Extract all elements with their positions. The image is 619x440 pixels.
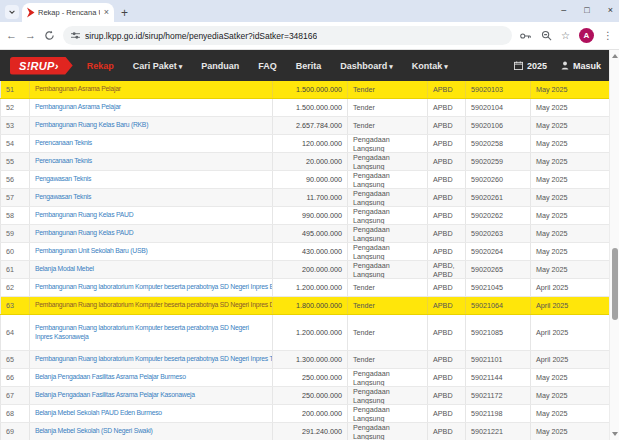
row-number: 67 xyxy=(0,387,30,404)
navbar-item[interactable]: Berita xyxy=(296,61,322,71)
package-code: 59021064 xyxy=(466,297,531,314)
package-name-link[interactable]: Pembangunan Ruang laboratorium Komputer … xyxy=(35,355,273,363)
package-name-link[interactable]: Pembangunan Ruang laboratorium Komputer … xyxy=(35,283,273,291)
fund-source: APBD xyxy=(428,153,466,170)
fund-source: APBD xyxy=(428,405,466,422)
table-row: 66 Belanja Pengadaan Fasilitas Asrama Pe… xyxy=(0,369,609,387)
year-selector[interactable]: 2025 xyxy=(514,61,547,71)
package-name-cell: Pembangunan Ruang Kelas Baru (RKB) xyxy=(30,117,273,134)
profile-avatar[interactable]: A xyxy=(579,28,594,43)
pagu-amount: 990.000.000 xyxy=(273,207,348,224)
pagu-amount: 1.200.000.000 xyxy=(273,279,348,296)
procurement-method: Tender xyxy=(348,99,428,116)
package-name-cell: Perencanaan Teknis xyxy=(30,153,273,170)
forward-button[interactable]: → xyxy=(25,30,36,41)
pagu-amount: 495.000.000 xyxy=(273,225,348,242)
pagu-amount: 90.000.000 xyxy=(273,171,348,188)
page-scrollbar[interactable] xyxy=(609,50,619,440)
zoom-icon[interactable] xyxy=(541,30,552,41)
navbar-item[interactable]: Panduan xyxy=(201,61,239,71)
package-name-link[interactable]: Perencanaan Teknis xyxy=(35,157,92,165)
tab-search-button[interactable] xyxy=(5,5,19,19)
package-code: 59020261 xyxy=(466,189,531,206)
sirup-favicon xyxy=(26,7,35,18)
package-name-cell: Pembangunan Ruang laboratorium Komputer … xyxy=(30,315,273,350)
caret-down-icon: ▾ xyxy=(444,63,448,70)
sirup-page: S!RUP› Rekap Cari Paket▾ Panduan FAQ Ber… xyxy=(0,50,619,440)
browser-menu-icon[interactable]: ⋮ xyxy=(603,30,613,41)
package-name-link[interactable]: Belanja Pengadaan Fasilitas Asrama Pelaj… xyxy=(35,373,186,381)
navbar-item[interactable]: Kontak▾ xyxy=(412,61,448,71)
minimize-button[interactable]: – xyxy=(561,5,566,15)
package-name-link[interactable]: Belanja Pengadaan Fasilitas Asrama Pelaj… xyxy=(35,391,195,399)
scroll-up-arrow-icon[interactable] xyxy=(612,54,618,58)
package-name-cell: Pembangunan Ruang laboratorium Komputer … xyxy=(30,279,273,296)
tab-close-icon[interactable]: × xyxy=(103,8,110,17)
pagu-amount: 20.000.000 xyxy=(273,153,348,170)
package-name-link[interactable]: Pembangunan Ruang Kelas PAUD xyxy=(35,229,133,237)
package-name-link[interactable]: Belanja Mebel Sekolah PAUD Eden Burmeso xyxy=(35,409,162,417)
password-manager-icon[interactable] xyxy=(520,31,532,41)
package-code: 59021172 xyxy=(466,387,531,404)
close-button[interactable]: × xyxy=(608,5,613,15)
new-tab-button[interactable]: + xyxy=(121,7,128,19)
back-button[interactable]: ← xyxy=(6,30,17,41)
restore-button[interactable]: □ xyxy=(584,5,589,15)
sirup-logo[interactable]: S!RUP› xyxy=(10,57,73,75)
navbar-item[interactable]: Rekap xyxy=(87,61,114,71)
package-name-link[interactable]: Pembangunan Unit Sekolah Baru (USB) xyxy=(35,247,148,255)
table-row: 61 Belanja Modal Mebel 200.000.000 Penga… xyxy=(0,261,609,279)
procurement-method: Pengadaan Langsung xyxy=(348,153,428,170)
procurement-method: Tender xyxy=(348,81,428,98)
login-label: Masuk xyxy=(573,61,601,71)
schedule-date: May 2025 xyxy=(531,423,609,440)
schedule-date: May 2025 xyxy=(531,405,609,422)
browser-tab[interactable]: Rekap - Rencana Umum Penga × xyxy=(22,3,114,22)
package-name-link[interactable]: Perencanaan Teknis xyxy=(35,139,92,147)
package-code: 59021101 xyxy=(466,351,531,368)
reload-button[interactable] xyxy=(44,30,55,41)
procurement-method: Pengadaan Langsung xyxy=(348,225,428,242)
package-code: 59020263 xyxy=(466,225,531,242)
package-name-link[interactable]: Pembangunan Asrama Pelajar xyxy=(35,103,121,111)
scrollbar-thumb[interactable] xyxy=(612,248,618,320)
scroll-down-arrow-icon[interactable] xyxy=(612,432,618,436)
navbar-item[interactable]: FAQ xyxy=(258,61,277,71)
url-text[interactable]: sirup.lkpp.go.id/sirup/home/penyediaSatk… xyxy=(85,31,317,41)
schedule-date: May 2025 xyxy=(531,207,609,224)
row-number: 64 xyxy=(0,315,30,350)
sirup-navbar: S!RUP› Rekap Cari Paket▾ Panduan FAQ Ber… xyxy=(0,50,609,81)
package-name-cell: Belanja Pengadaan Fasilitas Asrama Pelaj… xyxy=(30,369,273,386)
package-code: 59020259 xyxy=(466,153,531,170)
login-button[interactable]: Masuk xyxy=(561,61,601,71)
calendar-icon xyxy=(514,61,523,70)
package-name-link[interactable]: Pembangunan Ruang Kelas Baru (RKB) xyxy=(35,121,148,129)
package-name-link[interactable]: Belanja Mebel Sekolah (SD Negeri Swaki) xyxy=(35,427,153,435)
navbar-item[interactable]: Cari Paket▾ xyxy=(133,61,183,71)
row-number: 63 xyxy=(0,297,30,314)
package-name-cell: Belanja Pengadaan Fasilitas Asrama Pelaj… xyxy=(30,387,273,404)
fund-source: APBD xyxy=(428,243,466,260)
row-number: 65 xyxy=(0,351,30,368)
package-name-link[interactable]: Belanja Modal Mebel xyxy=(35,265,94,273)
schedule-date: May 2025 xyxy=(531,135,609,152)
package-name-link[interactable]: Pembangunan Asrama Pelajar xyxy=(35,85,121,93)
package-name-link[interactable]: Pengawasan Teknis xyxy=(35,175,91,183)
package-name-link[interactable]: Pengawasan Teknis xyxy=(35,193,91,201)
package-name-cell: Pengawasan Teknis xyxy=(30,171,273,188)
table-row: 58 Pembangunan Ruang Kelas PAUD 990.000.… xyxy=(0,207,609,225)
schedule-date: May 2025 xyxy=(531,261,609,278)
address-bar[interactable]: sirup.lkpp.go.id/sirup/home/penyediaSatk… xyxy=(63,26,512,45)
toolbar-icons: ☆ A ⋮ xyxy=(520,28,613,43)
package-name-link[interactable]: Pembangunan Ruang laboratorium Komputer … xyxy=(35,301,273,309)
package-name-cell: Pembangunan Asrama Pelajar xyxy=(30,99,273,116)
site-info-tune-icon[interactable] xyxy=(71,31,80,40)
navbar-right: 2025 Masuk xyxy=(514,61,601,71)
package-name-link[interactable]: Pembangunan Ruang Kelas PAUD xyxy=(35,211,133,219)
person-icon xyxy=(561,61,569,70)
package-code: 59021221 xyxy=(466,423,531,440)
package-name-cell: Pembangunan Ruang Kelas PAUD xyxy=(30,225,273,242)
package-name-link[interactable]: Pembangunan Ruang laboratorium Komputer … xyxy=(35,324,267,341)
navbar-item[interactable]: Dashboard▾ xyxy=(340,61,393,71)
bookmark-star-icon[interactable]: ☆ xyxy=(561,31,570,41)
